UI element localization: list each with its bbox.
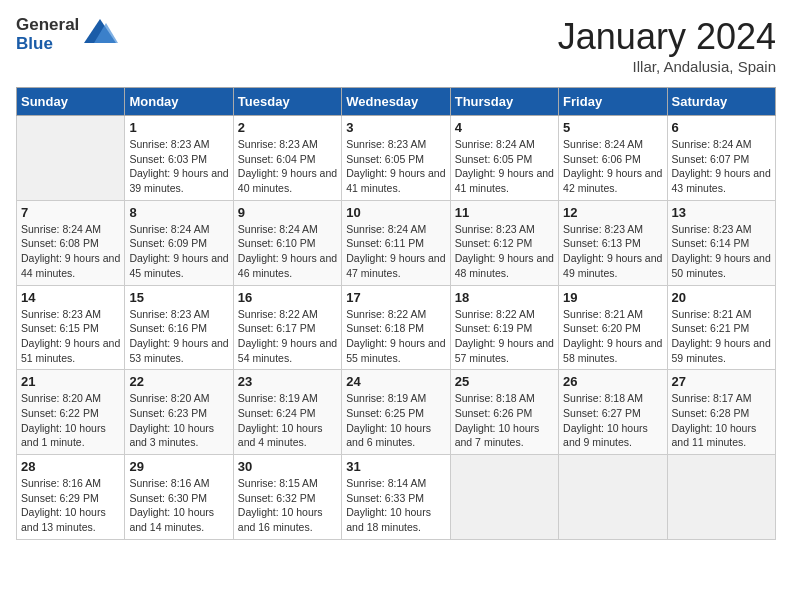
calendar-cell: 13Sunrise: 8:23 AMSunset: 6:14 PMDayligh… [667, 200, 775, 285]
calendar-header-wednesday: Wednesday [342, 88, 450, 116]
cell-content: Sunrise: 8:18 AMSunset: 6:26 PMDaylight:… [455, 391, 554, 450]
day-number: 9 [238, 205, 337, 220]
calendar-table: SundayMondayTuesdayWednesdayThursdayFrid… [16, 87, 776, 540]
cell-content: Sunrise: 8:24 AMSunset: 6:08 PMDaylight:… [21, 222, 120, 281]
calendar-cell: 1Sunrise: 8:23 AMSunset: 6:03 PMDaylight… [125, 116, 233, 201]
cell-content: Sunrise: 8:23 AMSunset: 6:04 PMDaylight:… [238, 137, 337, 196]
cell-content: Sunrise: 8:19 AMSunset: 6:25 PMDaylight:… [346, 391, 445, 450]
calendar-week-4: 21Sunrise: 8:20 AMSunset: 6:22 PMDayligh… [17, 370, 776, 455]
calendar-header-friday: Friday [559, 88, 667, 116]
calendar-cell: 3Sunrise: 8:23 AMSunset: 6:05 PMDaylight… [342, 116, 450, 201]
cell-content: Sunrise: 8:15 AMSunset: 6:32 PMDaylight:… [238, 476, 337, 535]
day-number: 19 [563, 290, 662, 305]
day-number: 17 [346, 290, 445, 305]
cell-content: Sunrise: 8:21 AMSunset: 6:20 PMDaylight:… [563, 307, 662, 366]
cell-content: Sunrise: 8:23 AMSunset: 6:05 PMDaylight:… [346, 137, 445, 196]
calendar-cell: 7Sunrise: 8:24 AMSunset: 6:08 PMDaylight… [17, 200, 125, 285]
logo-general: General [16, 16, 79, 35]
cell-content: Sunrise: 8:18 AMSunset: 6:27 PMDaylight:… [563, 391, 662, 450]
cell-content: Sunrise: 8:24 AMSunset: 6:07 PMDaylight:… [672, 137, 771, 196]
calendar-cell: 2Sunrise: 8:23 AMSunset: 6:04 PMDaylight… [233, 116, 341, 201]
calendar-cell [17, 116, 125, 201]
calendar-cell: 30Sunrise: 8:15 AMSunset: 6:32 PMDayligh… [233, 455, 341, 540]
day-number: 16 [238, 290, 337, 305]
calendar-cell: 5Sunrise: 8:24 AMSunset: 6:06 PMDaylight… [559, 116, 667, 201]
calendar-cell: 29Sunrise: 8:16 AMSunset: 6:30 PMDayligh… [125, 455, 233, 540]
cell-content: Sunrise: 8:24 AMSunset: 6:11 PMDaylight:… [346, 222, 445, 281]
calendar-cell: 21Sunrise: 8:20 AMSunset: 6:22 PMDayligh… [17, 370, 125, 455]
day-number: 6 [672, 120, 771, 135]
cell-content: Sunrise: 8:23 AMSunset: 6:15 PMDaylight:… [21, 307, 120, 366]
logo: General Blue [16, 16, 118, 53]
calendar-cell: 22Sunrise: 8:20 AMSunset: 6:23 PMDayligh… [125, 370, 233, 455]
calendar-cell [450, 455, 558, 540]
cell-content: Sunrise: 8:17 AMSunset: 6:28 PMDaylight:… [672, 391, 771, 450]
calendar-cell: 12Sunrise: 8:23 AMSunset: 6:13 PMDayligh… [559, 200, 667, 285]
cell-content: Sunrise: 8:23 AMSunset: 6:16 PMDaylight:… [129, 307, 228, 366]
calendar-week-5: 28Sunrise: 8:16 AMSunset: 6:29 PMDayligh… [17, 455, 776, 540]
day-number: 29 [129, 459, 228, 474]
day-number: 11 [455, 205, 554, 220]
day-number: 3 [346, 120, 445, 135]
day-number: 25 [455, 374, 554, 389]
day-number: 31 [346, 459, 445, 474]
calendar-cell: 27Sunrise: 8:17 AMSunset: 6:28 PMDayligh… [667, 370, 775, 455]
cell-content: Sunrise: 8:14 AMSunset: 6:33 PMDaylight:… [346, 476, 445, 535]
day-number: 27 [672, 374, 771, 389]
calendar-cell: 9Sunrise: 8:24 AMSunset: 6:10 PMDaylight… [233, 200, 341, 285]
calendar-header-thursday: Thursday [450, 88, 558, 116]
calendar-cell: 20Sunrise: 8:21 AMSunset: 6:21 PMDayligh… [667, 285, 775, 370]
calendar-cell: 18Sunrise: 8:22 AMSunset: 6:19 PMDayligh… [450, 285, 558, 370]
cell-content: Sunrise: 8:24 AMSunset: 6:06 PMDaylight:… [563, 137, 662, 196]
day-number: 30 [238, 459, 337, 474]
day-number: 18 [455, 290, 554, 305]
cell-content: Sunrise: 8:23 AMSunset: 6:14 PMDaylight:… [672, 222, 771, 281]
calendar-header-saturday: Saturday [667, 88, 775, 116]
cell-content: Sunrise: 8:21 AMSunset: 6:21 PMDaylight:… [672, 307, 771, 366]
page-header: General Blue January 2024 Illar, Andalus… [16, 16, 776, 75]
calendar-cell: 17Sunrise: 8:22 AMSunset: 6:18 PMDayligh… [342, 285, 450, 370]
day-number: 12 [563, 205, 662, 220]
calendar-cell: 19Sunrise: 8:21 AMSunset: 6:20 PMDayligh… [559, 285, 667, 370]
calendar-cell: 8Sunrise: 8:24 AMSunset: 6:09 PMDaylight… [125, 200, 233, 285]
calendar-cell [667, 455, 775, 540]
logo-blue: Blue [16, 35, 79, 54]
day-number: 23 [238, 374, 337, 389]
month-title: January 2024 [558, 16, 776, 58]
calendar-cell: 16Sunrise: 8:22 AMSunset: 6:17 PMDayligh… [233, 285, 341, 370]
calendar-cell: 15Sunrise: 8:23 AMSunset: 6:16 PMDayligh… [125, 285, 233, 370]
day-number: 22 [129, 374, 228, 389]
calendar-cell: 11Sunrise: 8:23 AMSunset: 6:12 PMDayligh… [450, 200, 558, 285]
calendar-week-1: 1Sunrise: 8:23 AMSunset: 6:03 PMDaylight… [17, 116, 776, 201]
day-number: 26 [563, 374, 662, 389]
calendar-week-2: 7Sunrise: 8:24 AMSunset: 6:08 PMDaylight… [17, 200, 776, 285]
cell-content: Sunrise: 8:20 AMSunset: 6:22 PMDaylight:… [21, 391, 120, 450]
day-number: 28 [21, 459, 120, 474]
day-number: 1 [129, 120, 228, 135]
day-number: 2 [238, 120, 337, 135]
cell-content: Sunrise: 8:23 AMSunset: 6:13 PMDaylight:… [563, 222, 662, 281]
day-number: 7 [21, 205, 120, 220]
day-number: 5 [563, 120, 662, 135]
calendar-cell: 23Sunrise: 8:19 AMSunset: 6:24 PMDayligh… [233, 370, 341, 455]
cell-content: Sunrise: 8:24 AMSunset: 6:05 PMDaylight:… [455, 137, 554, 196]
calendar-cell [559, 455, 667, 540]
cell-content: Sunrise: 8:22 AMSunset: 6:18 PMDaylight:… [346, 307, 445, 366]
day-number: 13 [672, 205, 771, 220]
title-block: January 2024 Illar, Andalusia, Spain [558, 16, 776, 75]
calendar-cell: 4Sunrise: 8:24 AMSunset: 6:05 PMDaylight… [450, 116, 558, 201]
calendar-header-monday: Monday [125, 88, 233, 116]
cell-content: Sunrise: 8:19 AMSunset: 6:24 PMDaylight:… [238, 391, 337, 450]
calendar-cell: 25Sunrise: 8:18 AMSunset: 6:26 PMDayligh… [450, 370, 558, 455]
location-title: Illar, Andalusia, Spain [558, 58, 776, 75]
cell-content: Sunrise: 8:22 AMSunset: 6:17 PMDaylight:… [238, 307, 337, 366]
day-number: 21 [21, 374, 120, 389]
calendar-cell: 14Sunrise: 8:23 AMSunset: 6:15 PMDayligh… [17, 285, 125, 370]
calendar-cell: 24Sunrise: 8:19 AMSunset: 6:25 PMDayligh… [342, 370, 450, 455]
calendar-cell: 28Sunrise: 8:16 AMSunset: 6:29 PMDayligh… [17, 455, 125, 540]
cell-content: Sunrise: 8:24 AMSunset: 6:10 PMDaylight:… [238, 222, 337, 281]
day-number: 4 [455, 120, 554, 135]
calendar-cell: 10Sunrise: 8:24 AMSunset: 6:11 PMDayligh… [342, 200, 450, 285]
calendar-week-3: 14Sunrise: 8:23 AMSunset: 6:15 PMDayligh… [17, 285, 776, 370]
cell-content: Sunrise: 8:16 AMSunset: 6:30 PMDaylight:… [129, 476, 228, 535]
